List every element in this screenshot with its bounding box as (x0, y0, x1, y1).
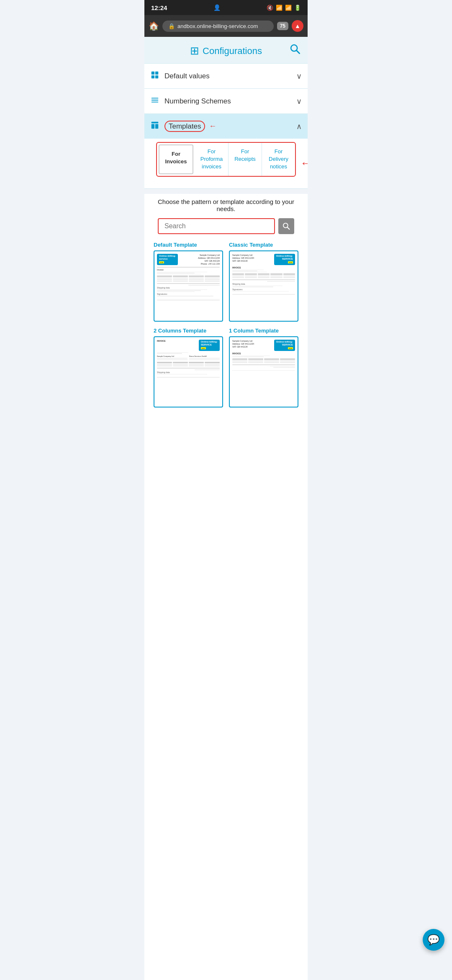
numbering-schemes-section: Numbering Schemes ∨ (144, 89, 308, 114)
signal-icon: 📶 (285, 5, 292, 11)
templates-arrow: ← (209, 122, 216, 130)
mute-icon: 🔇 (267, 5, 273, 11)
section-gap (144, 189, 308, 194)
search-icon[interactable] (289, 43, 301, 57)
templates-icon (150, 121, 159, 132)
svg-line-13 (288, 227, 290, 229)
status-bar: 12:24 👤 🔇 📶 📶 🔋 (144, 0, 308, 15)
default-values-chevron: ∨ (296, 72, 302, 81)
default-values-icon (150, 70, 159, 82)
template-preview-one-column[interactable]: Online-billing-SERVICEcom Sample Company… (229, 336, 298, 407)
template-description: Choose the pattern or template according… (150, 198, 302, 212)
template-preview-classic[interactable]: Online-billing-SERVICEcom Sample Company… (229, 250, 298, 322)
svg-line-1 (297, 50, 300, 53)
tabs-container: ForInvoices ForProformainvoices ForRecei… (156, 142, 296, 177)
svg-rect-9 (152, 122, 159, 124)
tab-count[interactable]: 75 (277, 22, 288, 30)
upload-icon[interactable]: ▲ (292, 20, 303, 32)
svg-rect-5 (155, 75, 158, 78)
svg-rect-4 (152, 75, 154, 78)
default-values-header[interactable]: Default values ∨ (144, 64, 308, 88)
template-preview-two-columns[interactable]: INVOICE Online-billing-SERVICEcom Sample… (154, 336, 223, 407)
template-item-default: Default Template Online-billing-servicec… (154, 242, 223, 322)
template-chooser-section: Choose the pattern or template according… (144, 194, 308, 419)
svg-rect-2 (152, 72, 154, 75)
tab-delivery[interactable]: ForDeliverynotices (262, 143, 295, 176)
template-item-classic: Classic Template Online-billing-SERVICEc… (229, 242, 298, 322)
battery-icon: 🔋 (294, 5, 301, 11)
svg-rect-11 (155, 124, 158, 129)
template-preview-default[interactable]: Online-billing-servicecom Sample Company… (154, 250, 223, 322)
search-button[interactable] (278, 218, 294, 234)
url-text: andbox.online-billing-service.com (177, 23, 258, 29)
svg-rect-3 (155, 72, 158, 75)
browser-bar: 🏠 🔒 andbox.online-billing-service.com 75… (144, 15, 308, 37)
main-content: ⊞ Configurations Default values (144, 37, 308, 980)
tab-invoices[interactable]: ForInvoices (159, 144, 193, 174)
delivery-arrow: ← (300, 157, 308, 170)
lock-icon: 🔒 (168, 23, 175, 29)
template-name-default: Default Template (154, 242, 223, 248)
url-bar[interactable]: 🔒 andbox.online-billing-service.com (162, 21, 274, 32)
page-title: Configurations (203, 46, 262, 57)
templates-chevron: ∧ (296, 122, 302, 131)
page-header: ⊞ Configurations (144, 37, 308, 64)
numbering-schemes-icon (150, 95, 159, 107)
status-time: 12:24 (151, 4, 167, 11)
search-row (150, 218, 302, 234)
numbering-schemes-chevron: ∨ (296, 97, 302, 106)
status-icons: 🔇 📶 📶 🔋 (267, 5, 301, 11)
default-values-section: Default values ∨ (144, 64, 308, 89)
status-person-icon: 👤 (213, 4, 221, 11)
templates-grid: Default Template Online-billing-servicec… (150, 242, 302, 416)
numbering-schemes-header[interactable]: Numbering Schemes ∨ (144, 89, 308, 113)
templates-label: Templates ← (164, 122, 216, 131)
numbering-schemes-label: Numbering Schemes (164, 97, 231, 106)
tab-receipts[interactable]: ForReceipts (229, 143, 262, 176)
tab-proforma[interactable]: ForProformainvoices (195, 143, 229, 176)
template-item-one-column: 1 Column Template Online-billing-SERVICE… (229, 328, 298, 407)
search-input-wrapper[interactable] (158, 218, 275, 234)
template-item-two-columns: 2 Columns Template INVOICE Online-billin… (154, 328, 223, 407)
svg-rect-10 (152, 124, 154, 129)
template-name-two-columns: 2 Columns Template (154, 328, 223, 334)
wifi-icon: 📶 (276, 5, 282, 11)
template-name-one-column: 1 Column Template (229, 328, 298, 334)
templates-header[interactable]: Templates ← ∧ (144, 114, 308, 139)
tabs-wrapper: ForInvoices ForProformainvoices ForRecei… (144, 139, 308, 188)
default-values-label: Default values (164, 72, 210, 80)
templates-circle-label: Templates (164, 121, 205, 132)
configurations-icon: ⊞ (190, 44, 199, 57)
template-name-classic: Classic Template (229, 242, 298, 248)
search-input[interactable] (164, 222, 268, 230)
home-icon[interactable]: 🏠 (149, 21, 159, 31)
templates-section: Templates ← ∧ ForInvoices ForProformainv… (144, 114, 308, 189)
